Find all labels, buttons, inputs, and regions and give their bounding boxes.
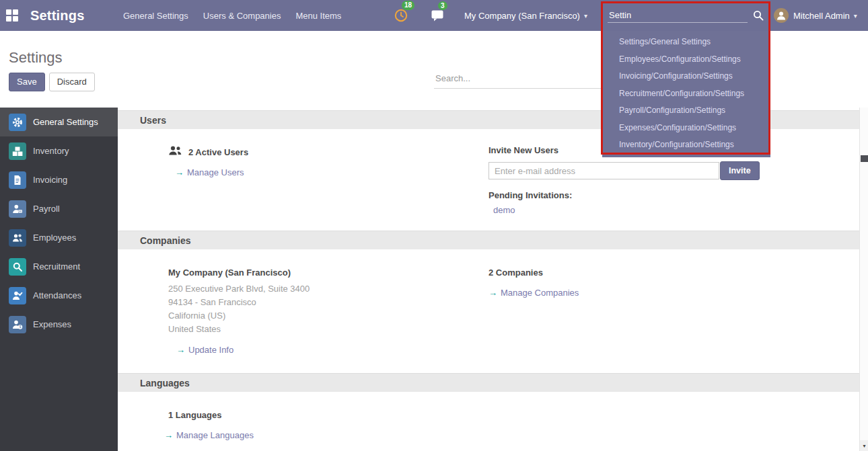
invoice-icon	[9, 171, 26, 189]
pending-invitation-demo-link[interactable]: demo	[493, 205, 515, 215]
employees-icon	[9, 229, 26, 247]
arrow-right-icon: →	[176, 345, 185, 355]
sidebar-item-label: Inventory	[33, 146, 69, 156]
companies-count: 2 Companies	[489, 268, 832, 278]
sidebar-item-general-settings[interactable]: General Settings	[0, 108, 118, 136]
search-result-item[interactable]: Expenses/Configuration/Settings	[602, 120, 770, 137]
control-panel-buttons: Save Discard	[9, 73, 95, 91]
sidebar-item-label: Recruitment	[33, 261, 80, 272]
save-button[interactable]: Save	[9, 73, 45, 91]
apps-grid-icon	[6, 9, 18, 22]
sidebar-item-attendances[interactable]: Attendances	[0, 281, 118, 310]
search-result-item[interactable]: Employees/Configuration/Settings	[602, 51, 770, 69]
discard-button[interactable]: Discard	[49, 73, 95, 91]
manage-users-link[interactable]: →Manage Users	[175, 167, 244, 177]
arrow-right-icon: →	[489, 288, 497, 298]
sidebar-item-recruitment[interactable]: Recruitment	[0, 252, 118, 281]
sidebar-item-expenses[interactable]: $ Expenses	[0, 310, 118, 339]
sidebar-item-label: Expenses	[33, 319, 71, 329]
sidebar-item-label: Employees	[33, 233, 76, 243]
company-name: My Company (San Francisco)	[464, 11, 580, 21]
expenses-icon: $	[9, 316, 26, 333]
sidebar-item-label: Invoicing	[33, 175, 67, 185]
address-line: 94134 - San Francisco	[168, 296, 489, 309]
update-info-link[interactable]: →Update Info	[176, 345, 233, 355]
user-name: Mitchell Admin	[793, 11, 850, 21]
apps-menu-button[interactable]	[6, 0, 18, 31]
navbar-menu: General Settings Users & Companies Menu …	[123, 0, 341, 31]
manage-languages-link[interactable]: →Manage Languages	[164, 430, 254, 440]
caret-down-icon: ▾	[584, 12, 587, 19]
caret-down-icon: ▾	[854, 12, 857, 19]
languages-section-header: Languages	[118, 373, 859, 392]
manage-companies-link[interactable]: →Manage Companies	[489, 288, 579, 298]
invite-button[interactable]: Invite	[720, 161, 760, 180]
scrollbar[interactable]: ▾	[859, 108, 868, 451]
user-menu[interactable]: Mitchell Admin ▾	[774, 0, 857, 31]
activity-badge: 18	[402, 1, 414, 10]
page-title: Settings	[9, 49, 63, 67]
settings-content: Users 2 Active Users →Manage Users	[118, 108, 859, 451]
navbar: Settings General Settings Users & Compan…	[0, 0, 868, 31]
scroll-down-button[interactable]: ▾	[860, 440, 868, 451]
address-line: California (US)	[168, 309, 489, 323]
company-name: My Company (San Francisco)	[168, 268, 489, 278]
company-address: 250 Executive Park Blvd, Suite 3400 9413…	[168, 282, 489, 336]
sidebar-item-inventory[interactable]: Inventory	[0, 136, 118, 165]
attendance-icon	[9, 287, 26, 304]
message-badge: 3	[438, 1, 447, 11]
chat-icon: 3	[431, 9, 444, 22]
sidebar-item-label: Payroll	[33, 204, 60, 214]
pending-invitations-label: Pending Invitations:	[489, 190, 832, 200]
arrow-right-icon: →	[175, 167, 184, 177]
main-area: General Settings Inventory	[0, 108, 868, 451]
caret-down-icon: ▾	[863, 443, 865, 449]
boxes-icon	[9, 142, 26, 160]
languages-count: 1 Languages	[168, 410, 489, 420]
scrollbar-thumb[interactable]	[861, 155, 868, 162]
menu-item-menu-items[interactable]: Menu Items	[295, 11, 341, 21]
settings-sidebar: General Settings Inventory	[0, 108, 118, 451]
search-results-dropdown: Settings/General Settings Employees/Conf…	[602, 31, 770, 157]
search-result-item[interactable]: Recruitment/Configuration/Settings	[602, 85, 770, 103]
menu-item-users-companies[interactable]: Users & Companies	[203, 11, 281, 21]
languages-section: 1 Languages →Manage Languages	[118, 392, 859, 451]
search-result-item[interactable]: Settings/General Settings	[602, 34, 770, 51]
sidebar-item-invoicing[interactable]: Invoicing	[0, 165, 118, 194]
navbar-search-input[interactable]	[608, 8, 748, 23]
payroll-icon	[9, 200, 26, 218]
navbar-search	[602, 0, 770, 31]
sidebar-item-employees[interactable]: Employees	[0, 223, 118, 252]
menu-item-general-settings[interactable]: General Settings	[123, 11, 188, 21]
activity-button[interactable]: 18	[394, 0, 408, 31]
arrow-right-icon: →	[164, 430, 173, 440]
svg-text:$: $	[20, 325, 22, 329]
recruitment-icon	[9, 258, 26, 276]
messages-button[interactable]: 3	[431, 0, 444, 31]
company-switcher[interactable]: My Company (San Francisco) ▾	[464, 0, 587, 31]
sidebar-item-payroll[interactable]: Payroll	[0, 194, 118, 223]
search-result-item[interactable]: Inventory/Configuration/Settings	[602, 136, 770, 154]
app-title: Settings	[30, 0, 85, 31]
sidebar-item-label: Attendances	[33, 290, 81, 300]
users-group-icon	[168, 145, 182, 159]
companies-section: My Company (San Francisco) 250 Executive…	[118, 249, 859, 373]
invite-email-input[interactable]	[489, 162, 719, 179]
active-users-count: 2 Active Users	[188, 147, 248, 157]
clock-icon: 18	[394, 9, 408, 22]
search-icon[interactable]	[753, 10, 764, 21]
search-result-item[interactable]: Invoicing/Configuration/Settings	[602, 68, 770, 85]
address-line: 250 Executive Park Blvd, Suite 3400	[168, 282, 489, 296]
avatar	[774, 8, 789, 23]
gear-icon	[9, 114, 26, 131]
companies-section-header: Companies	[118, 231, 859, 249]
sidebar-item-label: General Settings	[33, 117, 98, 127]
address-line: United States	[168, 323, 489, 336]
search-result-item[interactable]: Payroll/Configuration/Settings	[602, 102, 770, 120]
